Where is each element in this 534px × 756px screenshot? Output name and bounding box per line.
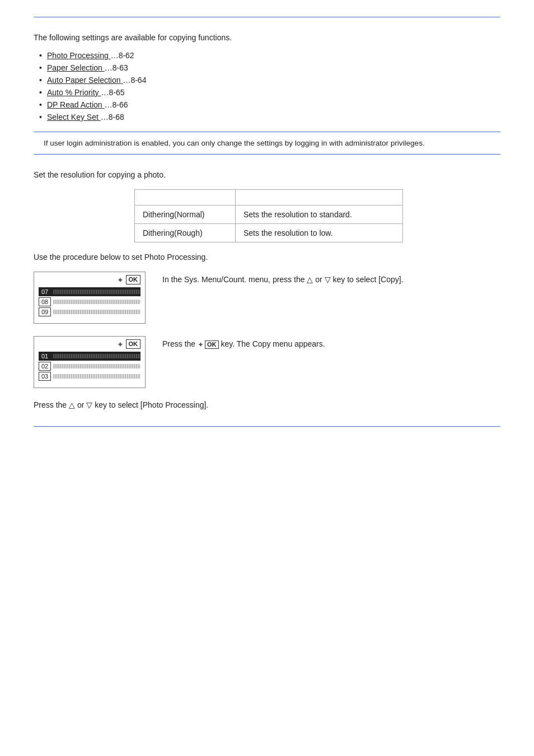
menu-item-bar-08: [53, 300, 140, 304]
procedure-row-2: ✦ OK 01 02 03 Press the ✦ OK key. The Co: [34, 336, 500, 388]
table-cell-dithering-normal-desc: Sets the resolution to standard.: [236, 206, 403, 224]
settings-table-container: Dithering(Normal) Sets the resolution to…: [134, 189, 500, 242]
panel-top-bar-1: ✦ OK: [34, 272, 145, 286]
panel1-desc: In the Sys. Menu/Count. menu, press the …: [162, 272, 500, 284]
ok-key-inline: ✦ OK: [198, 340, 219, 349]
menu-item-box-07: 07: [39, 287, 51, 296]
list-item: Paper Selection …8-63: [39, 63, 500, 72]
select-key-set-link[interactable]: Select Key Set: [47, 113, 101, 122]
settings-table: Dithering(Normal) Sets the resolution to…: [134, 189, 403, 242]
menu-item-box-09: 09: [39, 307, 51, 316]
intro-text: The following settings are available for…: [34, 33, 500, 42]
photo-processing-link[interactable]: Photo Processing: [47, 51, 111, 60]
ok-box-inline: OK: [205, 340, 219, 349]
menu-item-01: 01: [39, 352, 140, 361]
table-header-col1: [135, 190, 236, 206]
menu-item-07: 07: [39, 287, 140, 296]
list-item: Select Key Set …8-68: [39, 113, 500, 122]
list-item: Photo Processing …8-62: [39, 51, 500, 60]
paper-selection-link[interactable]: Paper Selection: [47, 63, 105, 72]
menu-item-bar-01: [53, 354, 140, 358]
menu-item-bar-03: [53, 374, 140, 379]
panel-top-bar-2: ✦ OK: [34, 337, 145, 351]
table-cell-dithering-rough-desc: Sets the resolution to low.: [236, 224, 403, 242]
list-item: Auto Paper Selection …8-64: [39, 76, 500, 85]
note-box: If user login administration is enabled,…: [34, 132, 500, 155]
diamond-icon-2: ✦: [117, 340, 124, 349]
panel2-desc: Press the ✦ OK key. The Copy menu appear…: [162, 336, 500, 349]
procedure-row-1: ✦ OK 07 08 09 In the Sys. Menu/Count. me…: [34, 272, 500, 324]
auto-percent-link[interactable]: Auto % Priority: [47, 88, 101, 97]
menu-item-bar-07: [53, 290, 140, 294]
auto-paper-selection-link[interactable]: Auto Paper Selection: [47, 76, 123, 85]
menu-item-08: 08: [39, 297, 140, 306]
diamond-icon-inline: ✦: [198, 340, 204, 349]
menu-item-box-03: 03: [39, 372, 51, 381]
menu-item-box-08: 08: [39, 297, 51, 306]
final-note: Press the △ or ▽ key to select [Photo Pr…: [34, 400, 500, 409]
table-cell-dithering-normal: Dithering(Normal): [135, 206, 236, 224]
top-rule: [34, 17, 500, 17]
menu-item-bar-09: [53, 310, 140, 314]
menu-item-03: 03: [39, 372, 140, 381]
section-desc: Set the resolution for copying a photo.: [34, 170, 500, 179]
diamond-icon: ✦: [117, 276, 124, 284]
menu-item-09: 09: [39, 307, 140, 316]
page: The following settings are available for…: [0, 0, 534, 756]
bottom-rule: [34, 426, 500, 427]
list-item: Auto % Priority …8-65: [39, 88, 500, 97]
table-row: Dithering(Rough) Sets the resolution to …: [135, 224, 403, 242]
bullet-list: Photo Processing …8-62 Paper Selection ……: [34, 51, 500, 122]
device-panel-2: ✦ OK 01 02 03: [34, 336, 146, 388]
list-item: DP Read Action …8-66: [39, 100, 500, 109]
menu-item-box-02: 02: [39, 362, 51, 371]
ok-box: OK: [126, 275, 141, 284]
menu-item-bar-02: [53, 364, 140, 368]
menu-item-box-01: 01: [39, 352, 51, 361]
procedure-desc: Use the procedure below to set Photo Pro…: [34, 253, 500, 262]
table-cell-dithering-rough: Dithering(Rough): [135, 224, 236, 242]
dp-read-action-link[interactable]: DP Read Action: [47, 100, 104, 109]
device-panel-1: ✦ OK 07 08 09: [34, 272, 146, 324]
ok-box-2: OK: [126, 339, 141, 349]
table-header-col2: [236, 190, 403, 206]
menu-item-02: 02: [39, 362, 140, 371]
table-row: Dithering(Normal) Sets the resolution to…: [135, 206, 403, 224]
